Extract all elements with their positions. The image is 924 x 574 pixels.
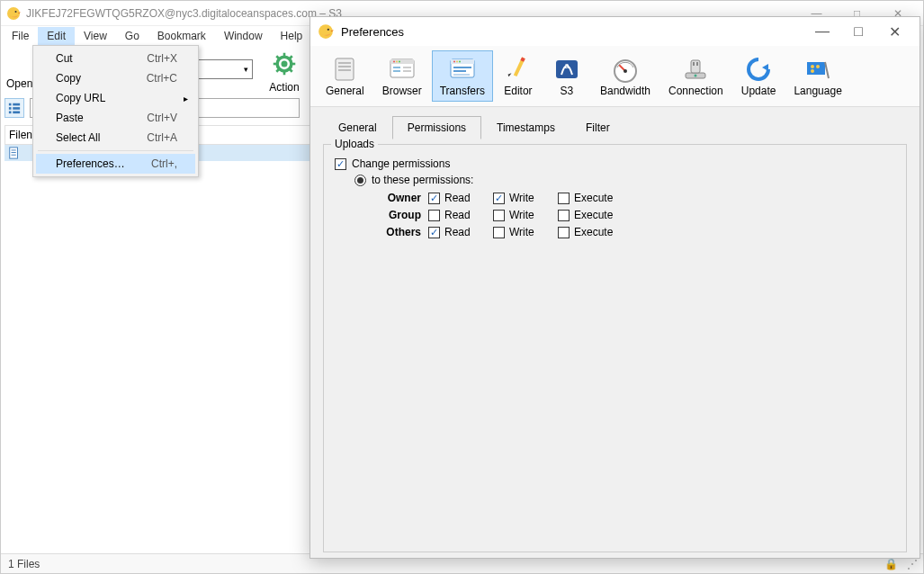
svg-rect-53 <box>691 60 700 73</box>
pref-maximize-button[interactable]: □ <box>840 23 876 40</box>
svg-point-22 <box>318 24 333 39</box>
others-write-checkbox[interactable] <box>493 227 505 238</box>
svg-point-62 <box>811 69 814 73</box>
owner-write-checkbox[interactable] <box>493 193 505 204</box>
menu-select-all[interactable]: Select AllCtrl+A <box>36 128 195 148</box>
category-transfers[interactable]: Transfers <box>432 50 493 102</box>
menu-bookmark[interactable]: Bookmark <box>148 27 215 45</box>
svg-point-1 <box>15 11 17 13</box>
menu-file[interactable]: File <box>3 27 38 45</box>
category-editor[interactable]: Editor <box>495 50 542 102</box>
general-icon <box>330 55 359 84</box>
svg-rect-19 <box>12 150 16 151</box>
perm-others-label: Others <box>371 226 421 238</box>
others-read-checkbox[interactable] <box>428 227 440 238</box>
svg-point-41 <box>459 61 461 63</box>
uploads-group-label: Uploads <box>331 138 378 150</box>
language-icon <box>803 55 832 84</box>
tab-filter[interactable]: Filter <box>570 116 625 139</box>
menu-edit[interactable]: Edit <box>38 27 75 45</box>
others-execute-checkbox[interactable] <box>558 227 570 238</box>
menu-copy-url[interactable]: Copy URL <box>36 88 195 108</box>
menu-help[interactable]: Help <box>272 27 312 45</box>
svg-point-23 <box>327 29 329 31</box>
group-read-checkbox[interactable] <box>428 210 440 221</box>
browser-icon <box>388 55 417 84</box>
category-browser[interactable]: Browser <box>374 50 430 102</box>
action-button[interactable]: Action <box>262 51 307 94</box>
svg-rect-55 <box>696 62 698 66</box>
svg-rect-15 <box>13 107 20 110</box>
svg-line-10 <box>276 68 280 72</box>
svg-rect-27 <box>338 69 351 71</box>
preferences-title: Preferences <box>341 25 804 39</box>
preferences-category-toolbar: General Browser Transfers Editor aS3 Ban… <box>310 46 920 107</box>
to-these-permissions-label: to these permissions: <box>372 174 473 186</box>
transfers-tabstrip: General Permissions Timestamps Filter <box>310 107 920 139</box>
menu-paste[interactable]: PasteCtrl+V <box>36 108 195 128</box>
svg-rect-14 <box>9 107 12 110</box>
permissions-grid: Owner Read Write Execute Group Read Writ… <box>371 192 895 238</box>
tab-permissions[interactable]: Permissions <box>392 116 481 139</box>
tab-general[interactable]: General <box>323 116 392 139</box>
svg-rect-43 <box>453 70 466 72</box>
pref-close-button[interactable]: ✕ <box>876 23 912 40</box>
preferences-titlebar: Preferences — □ ✕ <box>310 17 920 46</box>
category-update[interactable]: Update <box>733 50 785 102</box>
menu-view[interactable]: View <box>75 27 116 45</box>
to-these-permissions-radio[interactable] <box>354 175 366 186</box>
menu-cut[interactable]: CutCtrl+X <box>36 49 195 68</box>
category-language[interactable]: Language <box>785 50 849 102</box>
update-icon <box>744 55 773 84</box>
owner-read-checkbox[interactable] <box>428 193 440 204</box>
menu-preferences[interactable]: Preferences…Ctrl+, <box>36 154 195 174</box>
file-icon <box>8 147 21 159</box>
svg-point-56 <box>695 75 697 77</box>
menu-go[interactable]: Go <box>116 27 148 45</box>
category-general[interactable]: General <box>318 50 372 102</box>
svg-rect-21 <box>12 155 16 156</box>
svg-line-59 <box>825 62 829 78</box>
svg-point-60 <box>811 65 814 68</box>
category-s3[interactable]: aS3 <box>543 50 590 102</box>
svg-rect-25 <box>338 62 351 64</box>
menu-window[interactable]: Window <box>215 27 272 45</box>
lock-icon: 🔒 <box>884 558 898 570</box>
svg-line-8 <box>289 68 292 72</box>
outline-view-button[interactable] <box>4 98 24 118</box>
svg-rect-12 <box>9 103 12 106</box>
edit-menu-dropdown: CutCtrl+X CopyCtrl+C Copy URL PasteCtrl+… <box>32 45 199 177</box>
tab-timestamps[interactable]: Timestamps <box>481 116 570 139</box>
svg-rect-34 <box>393 70 400 72</box>
perm-group-label: Group <box>371 209 421 221</box>
svg-point-0 <box>7 7 20 20</box>
pref-minimize-button[interactable]: — <box>804 23 840 40</box>
category-connection[interactable]: Connection <box>660 50 731 102</box>
change-permissions-checkbox[interactable] <box>335 158 346 170</box>
svg-marker-46 <box>507 72 512 77</box>
group-execute-checkbox[interactable] <box>558 210 570 221</box>
svg-point-39 <box>453 61 455 63</box>
resize-grip[interactable]: ⋰ <box>907 558 916 570</box>
group-write-checkbox[interactable] <box>493 210 505 221</box>
svg-line-7 <box>276 56 280 59</box>
svg-rect-33 <box>393 67 400 68</box>
menu-separator <box>38 150 193 151</box>
svg-point-51 <box>623 69 627 73</box>
svg-line-9 <box>289 56 292 59</box>
menu-copy[interactable]: CopyCtrl+C <box>36 68 195 88</box>
svg-marker-57 <box>762 64 768 71</box>
owner-execute-checkbox[interactable] <box>558 193 570 204</box>
bandwidth-icon <box>611 55 640 84</box>
category-bandwidth[interactable]: Bandwidth <box>592 50 659 102</box>
app-icon <box>318 23 334 40</box>
change-permissions-label: Change permissions <box>352 157 450 170</box>
svg-rect-17 <box>13 112 20 114</box>
s3-icon: a <box>552 55 581 84</box>
svg-rect-42 <box>453 67 471 68</box>
status-text: 1 Files <box>8 558 40 570</box>
perm-owner-label: Owner <box>371 192 421 204</box>
svg-rect-54 <box>693 62 695 66</box>
svg-rect-13 <box>13 103 20 106</box>
svg-point-61 <box>816 65 820 68</box>
